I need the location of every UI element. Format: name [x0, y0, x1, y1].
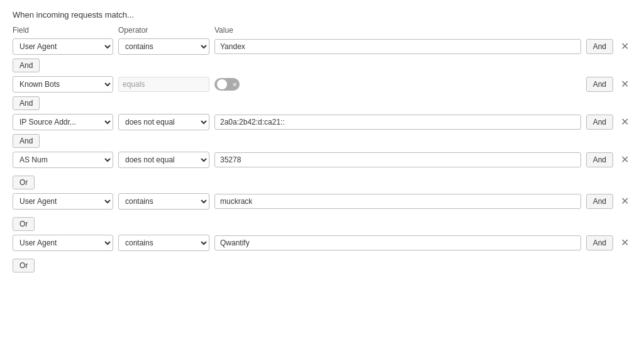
toggle-knob-2 [217, 79, 227, 89]
field-select-3[interactable]: User Agent Known Bots IP Source Addr... … [13, 114, 113, 130]
rule-row-3: User Agent Known Bots IP Source Addr... … [13, 114, 631, 130]
field-label: Field [13, 26, 113, 35]
remove-button-6[interactable]: ✕ [618, 238, 631, 248]
toggle-container-2: ✕ [214, 78, 581, 91]
rule-row-1: User Agent Known Bots IP Source Addr... … [13, 38, 631, 55]
and-connector-3: And [13, 134, 40, 148]
toggle-x-label: ✕ [232, 81, 237, 88]
rule-row-2: User Agent Known Bots IP Source Addr... … [13, 76, 631, 93]
or-connector-btn-2[interactable]: Or [13, 217, 35, 231]
or-connector-1: Or [13, 176, 35, 189]
operator-select-4[interactable]: contains does not contain equals does no… [118, 152, 209, 168]
field-select-6[interactable]: User Agent Known Bots IP Source Addr... … [13, 235, 113, 251]
operator-select-1[interactable]: contains does not contain equals does no… [118, 38, 209, 55]
rule-row-4: User Agent Known Bots IP Source Addr... … [13, 152, 631, 168]
value-input-1[interactable] [214, 39, 581, 54]
field-select-4[interactable]: User Agent Known Bots IP Source Addr... … [13, 152, 113, 168]
and-connector-2: And [13, 96, 40, 110]
value-input-3[interactable] [214, 115, 581, 130]
or-connector-3: Or [13, 259, 35, 272]
rule-row-5: User Agent Known Bots IP Source Addr... … [13, 193, 631, 210]
toggle-2[interactable]: ✕ [214, 78, 240, 91]
value-input-5[interactable] [214, 194, 581, 209]
value-input-6[interactable] [214, 235, 581, 250]
and-connector-btn-3[interactable]: And [13, 134, 40, 148]
value-label: Value [214, 26, 233, 35]
operator-select-6[interactable]: contains does not contain equals does no… [118, 235, 209, 251]
field-select-1[interactable]: User Agent Known Bots IP Source Addr... … [13, 38, 113, 55]
rule-row-6: User Agent Known Bots IP Source Addr... … [13, 235, 631, 251]
and-button-4[interactable]: And [586, 152, 613, 167]
operator-equals-2: equals [118, 77, 209, 92]
and-button-6[interactable]: And [586, 235, 613, 250]
value-input-4[interactable] [214, 152, 581, 167]
operator-label: Operator [118, 26, 209, 35]
header-title: When incoming requests match... [13, 10, 631, 20]
field-select-5[interactable]: User Agent Known Bots IP Source Addr... … [13, 193, 113, 210]
operator-select-3[interactable]: contains does not contain equals does no… [118, 114, 209, 130]
operator-select-5[interactable]: contains does not contain equals does no… [118, 193, 209, 210]
field-select-2[interactable]: User Agent Known Bots IP Source Addr... … [13, 76, 113, 93]
remove-button-2[interactable]: ✕ [618, 79, 631, 89]
or-connector-2: Or [13, 217, 35, 231]
and-connector-1: And [13, 59, 40, 72]
and-button-5[interactable]: And [586, 194, 613, 209]
and-button-2[interactable]: And [586, 77, 613, 92]
or-connector-btn-1[interactable]: Or [13, 176, 35, 189]
remove-button-1[interactable]: ✕ [618, 42, 631, 52]
and-button-3[interactable]: And [586, 115, 613, 130]
and-button-1[interactable]: And [586, 39, 613, 54]
remove-button-5[interactable]: ✕ [618, 196, 631, 206]
or-connector-btn-3[interactable]: Or [13, 259, 35, 272]
remove-button-4[interactable]: ✕ [618, 155, 631, 165]
header: When incoming requests match... [13, 10, 631, 20]
and-connector-btn-1[interactable]: And [13, 59, 40, 72]
and-connector-btn-2[interactable]: And [13, 96, 40, 110]
column-labels: Field Operator Value [13, 26, 631, 35]
remove-button-3[interactable]: ✕ [618, 117, 631, 127]
